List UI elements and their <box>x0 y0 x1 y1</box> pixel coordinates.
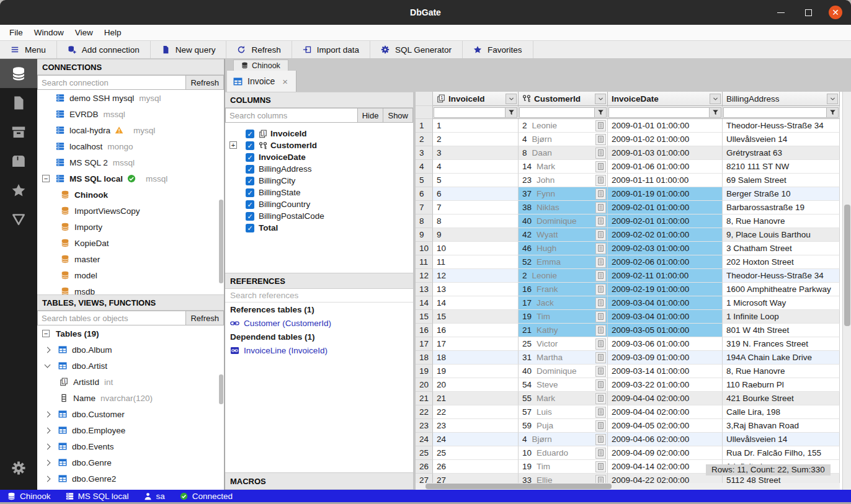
toolbar-import-data[interactable]: Import data <box>292 41 370 58</box>
database-item-kopiedat[interactable]: KopieDat <box>37 235 224 251</box>
cell-customerid[interactable]: 10Eduardo <box>519 446 608 460</box>
tree-expander-icon[interactable]: − <box>42 330 50 337</box>
table-tree-item-dbo-album[interactable]: dbo.Album <box>37 342 224 358</box>
cell-invoicedate[interactable]: 2009-04-06 02:00:00 <box>608 433 723 446</box>
cell-invoicedate[interactable]: 2009-02-02 01:00:00 <box>608 228 723 242</box>
database-item-importviewscopy[interactable]: ImportViewsCopy <box>37 203 224 219</box>
cell-billingaddress[interactable]: 3 Chatham Street <box>723 242 840 255</box>
cell-billingaddress[interactable]: Theodor-Heuss-Straße 34 <box>723 119 840 133</box>
open-record-button[interactable] <box>595 407 606 418</box>
open-record-button[interactable] <box>595 202 606 213</box>
open-record-button[interactable] <box>595 175 606 186</box>
checkbox-checked[interactable]: ✓ <box>246 153 254 162</box>
cell-invoiceid[interactable]: 26 <box>433 460 519 474</box>
row-number-cell[interactable]: 1 <box>416 119 433 133</box>
menu-view[interactable]: View <box>69 28 99 37</box>
cell-billingaddress[interactable]: Rua Dr. Falcão Filho, 155 <box>723 446 840 460</box>
open-record-button[interactable] <box>595 229 606 241</box>
open-record-button[interactable] <box>595 270 606 281</box>
cell-customerid[interactable]: 54Steve <box>519 378 608 392</box>
cell-customerid[interactable]: 37Fynn <box>519 187 608 201</box>
table-tree-item-tables-19[interactable]: −Tables (19) <box>37 325 224 342</box>
rail-archive-button[interactable] <box>0 117 37 146</box>
chevron-right-icon[interactable] <box>45 444 51 450</box>
column-checkbox-item-billingaddress[interactable]: ✓BillingAddress <box>225 163 413 175</box>
grid-column-header-billingaddress[interactable]: BillingAddress <box>723 92 840 106</box>
row-number-cell[interactable]: 13 <box>416 283 433 296</box>
row-number-cell[interactable]: 25 <box>416 446 433 460</box>
columns-hide-button[interactable]: Hide <box>357 108 384 123</box>
cell-invoicedate[interactable]: 2009-03-05 01:00:00 <box>608 324 723 337</box>
toolbar-menu[interactable]: Menu <box>0 41 57 58</box>
row-number-cell[interactable]: 12 <box>416 269 433 283</box>
row-number-cell[interactable]: 19 <box>416 365 433 378</box>
cell-invoicedate[interactable]: 2009-04-05 02:00:00 <box>608 419 723 433</box>
cell-invoicedate[interactable]: 2009-01-19 01:00:00 <box>608 187 723 201</box>
checkbox-checked[interactable]: ✓ <box>246 141 254 150</box>
toolbar-new-query[interactable]: New query <box>151 41 227 58</box>
row-number-cell[interactable]: 3 <box>416 146 433 160</box>
connection-item-evrdb[interactable]: EVRDBmssql <box>37 106 224 122</box>
open-record-button[interactable] <box>595 216 606 227</box>
checkbox-checked[interactable]: ✓ <box>246 165 254 174</box>
database-item-importy[interactable]: Importy <box>37 219 224 235</box>
menu-window[interactable]: Window <box>29 28 69 37</box>
cell-invoicedate[interactable]: 2009-01-06 01:00:00 <box>608 160 723 174</box>
column-checkbox-item-invoiceid[interactable]: ✓1InvoiceId <box>225 128 413 139</box>
row-number-cell[interactable]: 26 <box>416 460 433 474</box>
column-menu-button[interactable] <box>595 94 606 104</box>
checkbox-checked[interactable]: ✓ <box>246 188 254 197</box>
cell-invoiceid[interactable]: 24 <box>433 433 519 446</box>
cell-invoicedate[interactable]: 2009-01-02 01:00:00 <box>608 133 723 146</box>
open-record-button[interactable] <box>595 434 606 445</box>
cell-invoiceid[interactable]: 2 <box>433 133 519 146</box>
column-checkbox-item-total[interactable]: ✓Total <box>225 222 413 234</box>
cell-invoiceid[interactable]: 1 <box>433 119 519 133</box>
cell-billingaddress[interactable]: Ullevålsveien 14 <box>723 433 840 446</box>
grid-column-header-customerid[interactable]: CustomerId <box>519 92 608 106</box>
open-record-button[interactable] <box>595 420 606 431</box>
open-record-button[interactable] <box>595 311 606 322</box>
grid-horizontal-scrollbar[interactable] <box>416 483 840 490</box>
cell-invoiceid[interactable]: 22 <box>433 405 519 419</box>
cell-customerid[interactable]: 8Daan <box>519 146 608 160</box>
cell-invoicedate[interactable]: 2009-02-06 01:00:00 <box>608 255 723 269</box>
row-number-cell[interactable]: 15 <box>416 310 433 324</box>
column-tree-item-artistid[interactable]: 1ArtistIdint <box>37 374 224 390</box>
tables-search-input[interactable] <box>37 311 186 325</box>
cell-customerid[interactable]: 38Niklas <box>519 201 608 214</box>
row-number-cell[interactable]: 14 <box>416 296 433 310</box>
table-tree-item-dbo-genre2[interactable]: dbo.Genre2 <box>37 471 224 487</box>
row-number-cell[interactable]: 11 <box>416 255 433 269</box>
cell-invoiceid[interactable]: 5 <box>433 174 519 187</box>
column-menu-button[interactable] <box>710 94 721 104</box>
cell-customerid[interactable]: 57Luis <box>519 405 608 419</box>
filter-input-invoiceid[interactable] <box>434 107 506 118</box>
cell-invoiceid[interactable]: 10 <box>433 242 519 255</box>
connection-item-local-hydra[interactable]: local-hydramysql <box>37 122 224 138</box>
rail-filter-button[interactable] <box>0 205 37 234</box>
cell-billingaddress[interactable]: 319 N. Frances Street <box>723 337 840 351</box>
row-number-cell[interactable]: 17 <box>416 337 433 351</box>
open-record-button[interactable] <box>595 284 606 295</box>
chevron-down-icon[interactable] <box>45 362 51 368</box>
toolbar-favorites[interactable]: Favorites <box>463 41 533 58</box>
grid-vertical-scrollbar[interactable] <box>842 92 851 490</box>
cell-invoicedate[interactable]: 2009-01-03 01:00:00 <box>608 146 723 160</box>
cell-invoicedate[interactable]: 2009-03-09 01:00:00 <box>608 351 723 365</box>
database-item-chinook[interactable]: Chinook <box>37 187 224 203</box>
cell-customerid[interactable]: 4Bjørn <box>519 433 608 446</box>
cell-billingaddress[interactable]: 110 Raeburn Pl <box>723 378 840 392</box>
filter-button-invoicedate[interactable] <box>710 107 721 118</box>
checkbox-checked[interactable]: ✓ <box>246 130 254 138</box>
row-number-cell[interactable]: 7 <box>416 201 433 214</box>
cell-customerid[interactable]: 2Leonie <box>519 119 608 133</box>
cell-customerid[interactable]: 55Mark <box>519 392 608 405</box>
cell-billingaddress[interactable]: 1 Infinite Loop <box>723 310 840 324</box>
row-number-cell[interactable]: 20 <box>416 378 433 392</box>
chevron-right-icon[interactable] <box>45 428 51 434</box>
chevron-right-icon[interactable] <box>45 412 51 418</box>
open-record-button[interactable] <box>595 338 606 350</box>
tree-expander-icon[interactable]: + <box>229 141 237 149</box>
connections-search-input[interactable] <box>37 75 186 90</box>
